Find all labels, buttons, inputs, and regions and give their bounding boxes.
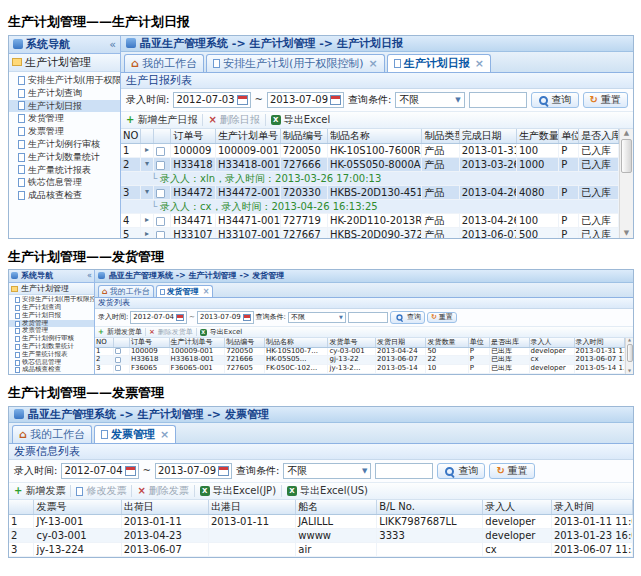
- expand-icon[interactable]: ▸: [141, 144, 153, 158]
- close-icon[interactable]: ×: [160, 428, 169, 441]
- keyword-input[interactable]: [375, 463, 433, 479]
- column-header[interactable]: NO: [121, 129, 141, 144]
- search-button[interactable]: 查询: [531, 92, 579, 108]
- column-header[interactable]: 生产计划单号: [169, 338, 225, 347]
- delete-daily-report-button[interactable]: × 删除日报: [208, 114, 259, 126]
- add-shipment-button[interactable]: + 新增发货单: [98, 328, 142, 336]
- sidebar-item[interactable]: 生产计划例行审核: [9, 138, 120, 151]
- column-header[interactable]: 录入人: [483, 500, 552, 515]
- table-row[interactable]: 2cy-03-0012013-04-23wwww3333developer201…: [9, 529, 633, 543]
- add-invoice-button[interactable]: + 新增发票: [14, 485, 65, 497]
- sidebar-item[interactable]: 发货管理: [9, 320, 94, 328]
- column-header[interactable]: 订单号: [171, 129, 216, 144]
- tab-workbench[interactable]: ⌂ 我的工作台: [98, 285, 154, 298]
- collapse-icon[interactable]: ▾: [141, 186, 153, 200]
- column-header[interactable]: 生产数量: [516, 129, 558, 144]
- calendar-icon[interactable]: [125, 466, 136, 476]
- vertical-scrollbar[interactable]: ▲ ▼: [625, 338, 633, 374]
- column-header[interactable]: [114, 338, 130, 347]
- tab-daily-report[interactable]: 生产计划日报 ×: [387, 54, 491, 72]
- column-header[interactable]: 制品名称: [327, 129, 422, 144]
- sidebar-item[interactable]: 生产计划日报: [9, 312, 94, 320]
- reset-button[interactable]: ↻ 重置: [489, 463, 534, 479]
- column-header[interactable]: 录入人: [529, 338, 574, 347]
- collapse-icon[interactable]: ▾: [141, 158, 153, 172]
- scroll-up-icon[interactable]: ▲: [628, 338, 631, 343]
- sidebar-item[interactable]: 生产计划数量统计: [9, 151, 120, 164]
- column-header[interactable]: 发票号: [34, 500, 121, 515]
- tab-arrange-plan[interactable]: 安排生产计划(用于权限控制) ×: [206, 54, 385, 72]
- sidebar-item[interactable]: 生产计划查询: [9, 87, 120, 100]
- column-header[interactable]: 订单号: [129, 338, 169, 347]
- sidebar-item[interactable]: 发票管理: [9, 125, 120, 138]
- close-icon[interactable]: ×: [368, 57, 377, 70]
- column-header[interactable]: 单位: [468, 338, 489, 347]
- sidebar-item[interactable]: 生产计划日报: [9, 100, 120, 113]
- scroll-up-icon[interactable]: ▲: [624, 129, 629, 137]
- column-header[interactable]: 单位: [559, 129, 579, 144]
- column-header[interactable]: 出港日: [209, 500, 296, 515]
- edit-invoice-button[interactable]: 修改发票: [76, 485, 126, 497]
- calendar-icon[interactable]: [218, 466, 229, 476]
- expand-icon[interactable]: ▸: [141, 228, 153, 238]
- column-header[interactable]: 出荷日: [121, 500, 208, 515]
- scroll-thumb[interactable]: [627, 344, 633, 362]
- sidebar-item[interactable]: 生产计划数量统计: [9, 343, 94, 351]
- search-button[interactable]: 查询: [390, 311, 425, 324]
- table-row[interactable]: 3F36065F36065-001727605FK-050C-102...jy-…: [95, 365, 625, 374]
- table-row[interactable]: 1▸100009100009-001720050HK-10S100-7600RP…: [121, 144, 619, 158]
- keyword-input[interactable]: [348, 312, 388, 323]
- column-header[interactable]: 完成日期: [459, 129, 516, 144]
- column-header[interactable]: 船名: [296, 500, 377, 515]
- keyword-input[interactable]: [469, 92, 527, 108]
- column-header[interactable]: 制品类型: [422, 129, 459, 144]
- delete-invoice-button[interactable]: × 删除发票: [137, 485, 188, 497]
- column-header[interactable]: 制品名称: [264, 338, 328, 347]
- table-row[interactable]: 5▸H33107H33107-001727667HKBS-20D090-3720…: [121, 228, 619, 238]
- tab-workbench[interactable]: ⌂ 我的工作台: [124, 54, 204, 72]
- search-button[interactable]: 查询: [437, 463, 485, 479]
- column-header[interactable]: 制品编号: [280, 129, 327, 144]
- close-icon[interactable]: ×: [203, 287, 210, 297]
- condition-select[interactable]: 不限 ▼: [288, 312, 346, 322]
- date-to-input[interactable]: 2013-07-09: [197, 311, 254, 323]
- calendar-icon[interactable]: [176, 314, 184, 321]
- collapse-icon[interactable]: «: [109, 38, 116, 51]
- column-header[interactable]: [141, 129, 153, 144]
- calendar-icon[interactable]: [237, 95, 248, 105]
- sidebar-item[interactable]: 生产量统计报表: [9, 351, 94, 359]
- add-daily-report-button[interactable]: + 新增生产日报: [126, 114, 197, 126]
- column-header[interactable]: 发货单号: [328, 338, 376, 347]
- date-to-input[interactable]: 2013-07-09: [155, 463, 232, 479]
- table-row[interactable]: 2H33618H33618-001721666HK-05S05...gj-13-…: [95, 356, 625, 365]
- condition-select[interactable]: 不限 ▼: [395, 92, 464, 108]
- calendar-icon[interactable]: [243, 314, 251, 321]
- table-row[interactable]: 2▾H33418H33418-001727666HK-05S050-8000A产…: [121, 158, 619, 172]
- table-row[interactable]: 1100009100009-001720050HK-10S100-7...cy-…: [95, 347, 625, 356]
- sidebar-item[interactable]: 生产计划例行审核: [9, 335, 94, 343]
- column-header[interactable]: 发货日期: [376, 338, 426, 347]
- table-row[interactable]: 4▸H34471H34471-001727719HK-20D110-2013RP…: [121, 214, 619, 228]
- sidebar-group-production-plan[interactable]: 生产计划管理: [9, 54, 120, 72]
- column-header[interactable]: 是否入库: [579, 129, 619, 144]
- row-checkbox[interactable]: [156, 147, 165, 156]
- column-header[interactable]: [9, 500, 34, 515]
- column-header[interactable]: B/L No.: [377, 500, 483, 515]
- sidebar-item[interactable]: 安排生产计划(用于权限控制): [9, 296, 94, 304]
- sidebar-item[interactable]: 安排生产计划(用于权限控制): [9, 74, 120, 87]
- date-to-input[interactable]: 2013-07-09: [267, 92, 344, 108]
- collapse-icon[interactable]: «: [87, 271, 92, 281]
- export-excel-jp-button[interactable]: X 导出Excel(JP): [200, 485, 276, 497]
- date-from-input[interactable]: 2012-07-04: [130, 311, 187, 323]
- calendar-icon[interactable]: [330, 95, 341, 105]
- scroll-down-icon[interactable]: ▼: [624, 229, 629, 237]
- condition-select[interactable]: 不限 ▼: [283, 463, 371, 479]
- export-excel-button[interactable]: X 导出Excel: [271, 114, 331, 126]
- reset-button[interactable]: ↻ 重置: [583, 92, 628, 108]
- row-checkbox[interactable]: [156, 189, 165, 198]
- date-from-input[interactable]: 2012-07-03: [173, 92, 250, 108]
- column-header[interactable]: NO: [95, 338, 114, 347]
- column-header[interactable]: 生产计划单号: [216, 129, 281, 144]
- table-row[interactable]: 3▾H34472H34472-001720330HKBS-20D130-4510…: [121, 186, 619, 200]
- scroll-thumb[interactable]: [621, 139, 632, 173]
